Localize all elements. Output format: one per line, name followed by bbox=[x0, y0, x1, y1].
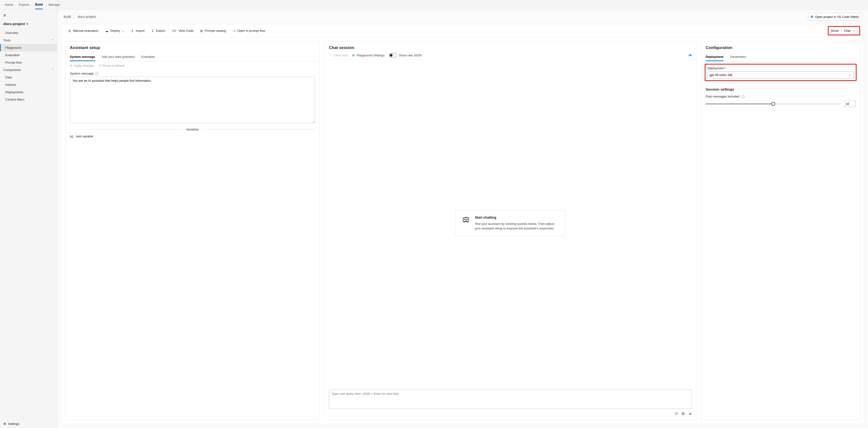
sidebar-overview[interactable]: Overview bbox=[0, 29, 57, 37]
export-button[interactable]: ↧Export bbox=[149, 27, 168, 35]
info-icon[interactable]: i bbox=[741, 95, 745, 98]
deployment-label: Deployment* bbox=[707, 66, 854, 70]
past-messages-slider[interactable] bbox=[706, 104, 841, 104]
start-body: Test your assistant by sending queries b… bbox=[475, 222, 559, 231]
assistant-title: Assistant setup bbox=[65, 41, 319, 51]
toolbar: ⚖Manual evaluation ☁Deploy⌄ ↥Import ↧Exp… bbox=[61, 24, 864, 37]
info-icon[interactable]: i bbox=[95, 72, 98, 75]
required-asterisk: * bbox=[724, 66, 725, 70]
scales-icon: ⚖ bbox=[68, 29, 71, 33]
gear-icon: ⚙ bbox=[3, 422, 6, 426]
configuration-pane: Configuration Deployment Parameters Depl… bbox=[701, 41, 860, 420]
nav-explore[interactable]: Explore bbox=[19, 0, 29, 9]
sidebar-indexes[interactable]: Indexes bbox=[0, 81, 57, 89]
start-title: Start chatting bbox=[475, 216, 559, 219]
open-prompt-flow-button[interactable]: ⇢Open in prompt flow bbox=[230, 27, 268, 35]
view-code-button[interactable]: </>View Code bbox=[169, 27, 196, 35]
tab-system-message[interactable]: System message bbox=[70, 53, 95, 61]
sort-icon: ⇅ bbox=[26, 23, 28, 25]
crumb-build[interactable]: Build bbox=[64, 15, 71, 19]
top-nav: Home Explore Build Manage bbox=[0, 0, 868, 9]
import-icon: ↥ bbox=[131, 29, 134, 33]
sidebar-prompt-flow[interactable]: Prompt flow bbox=[0, 59, 57, 66]
add-variable-button[interactable]: {x} Add variable bbox=[65, 133, 319, 139]
variables-divider: Variables bbox=[70, 128, 315, 131]
tab-examples[interactable]: Examples bbox=[142, 53, 155, 61]
system-message-textarea[interactable]: You are an AI assistant that helps peopl… bbox=[70, 77, 315, 123]
raw-json-toggle-group: Show raw JSON bbox=[389, 53, 422, 57]
sidebar-content-filters[interactable]: Content filters bbox=[0, 96, 57, 103]
speaker-icon[interactable]: 🕪 bbox=[688, 53, 692, 57]
sidebar-evaluation[interactable]: Evaluation bbox=[0, 52, 57, 59]
deployment-select[interactable]: gpt-35-turbo-16k bbox=[707, 71, 854, 78]
crumb-project[interactable]: docs-project bbox=[78, 15, 96, 19]
chat-title: Chat session bbox=[324, 41, 696, 51]
breadcrumb-separator-icon: / bbox=[74, 15, 75, 19]
cloud-icon: ☁ bbox=[105, 29, 108, 33]
breadcrumb: Build / docs-project bbox=[64, 15, 96, 19]
raw-json-toggle[interactable] bbox=[389, 53, 397, 57]
nav-manage[interactable]: Manage bbox=[49, 0, 60, 9]
chat-input[interactable] bbox=[329, 390, 692, 409]
sidebar-deployments[interactable]: Deployments bbox=[0, 89, 57, 96]
grid-icon: ⊞ bbox=[200, 29, 203, 33]
project-name-label: docs-project bbox=[3, 22, 25, 26]
chat-session-pane: Chat session ✧Clear chat ⚙Playground Set… bbox=[324, 41, 696, 420]
code-icon: </> bbox=[172, 29, 177, 33]
session-settings-title: Session settings bbox=[702, 84, 860, 93]
project-switcher[interactable]: docs-project ⇅ bbox=[3, 19, 54, 27]
sync-icon: ⇆ bbox=[70, 64, 72, 67]
gear-icon: ⚙ bbox=[352, 54, 355, 57]
nav-build[interactable]: Build bbox=[35, 0, 43, 9]
assistant-setup-pane: Assistant setup System message Add your … bbox=[65, 41, 320, 420]
nav-home[interactable]: Home bbox=[5, 0, 13, 9]
playground-settings-button[interactable]: ⚙Playground Settings bbox=[352, 54, 384, 57]
past-messages-value[interactable] bbox=[844, 101, 856, 107]
refresh-icon[interactable]: ⟳ bbox=[675, 411, 678, 416]
export-icon: ↧ bbox=[151, 29, 154, 33]
apply-changes-button: ⇆Apply changes bbox=[70, 64, 94, 67]
svg-point-2 bbox=[467, 219, 467, 220]
braces-icon: {x} bbox=[70, 135, 73, 138]
vscode-icon: ⧉ bbox=[811, 15, 813, 19]
import-button[interactable]: ↥Import bbox=[128, 27, 148, 35]
svg-point-1 bbox=[464, 219, 465, 220]
config-title: Configuration bbox=[702, 41, 860, 51]
tab-deployment[interactable]: Deployment bbox=[706, 53, 723, 61]
microphone-icon[interactable]: 🎤︎ bbox=[682, 411, 685, 416]
chevron-up-icon: ⌃ bbox=[52, 39, 54, 42]
broom-icon: ✧ bbox=[329, 54, 332, 57]
sidebar-data[interactable]: Data bbox=[0, 74, 57, 81]
deploy-button[interactable]: ☁Deploy⌄ bbox=[102, 27, 127, 35]
reset-default-button: ↺Reset to default bbox=[98, 64, 124, 67]
tab-parameters[interactable]: Parameters bbox=[730, 53, 746, 61]
prompt-catalog-button[interactable]: ⊞Prompt catalog bbox=[197, 27, 228, 35]
flow-icon: ⇢ bbox=[232, 29, 236, 33]
hamburger-icon[interactable]: ≡ bbox=[3, 11, 54, 19]
bot-icon bbox=[462, 216, 470, 231]
undo-icon: ↺ bbox=[98, 64, 101, 67]
clear-chat-button: ✧Clear chat bbox=[329, 54, 348, 57]
sidebar-settings[interactable]: ⚙ Settings bbox=[0, 420, 57, 428]
mode-label: Mode bbox=[831, 29, 839, 33]
system-message-label: System message bbox=[70, 72, 94, 75]
send-icon[interactable]: ➤ bbox=[689, 411, 692, 416]
sidebar: ≡ docs-project ⇅ Overview Tools ⌃ Playgr… bbox=[0, 9, 57, 428]
past-messages-label: Past messages included bbox=[706, 95, 739, 98]
open-vscode-button[interactable]: ⧉ Open project in VS Code (Web) bbox=[808, 13, 862, 21]
mode-select[interactable]: Chat bbox=[841, 28, 858, 34]
sidebar-playground[interactable]: Playground bbox=[0, 44, 57, 52]
manual-evaluation-button[interactable]: ⚖Manual evaluation bbox=[65, 27, 101, 35]
mode-selector: Mode Chat bbox=[828, 26, 860, 35]
sidebar-components-header[interactable]: Components ⌃ bbox=[0, 66, 57, 74]
sidebar-tools-header[interactable]: Tools ⌃ bbox=[0, 37, 57, 44]
chevron-down-icon: ⌄ bbox=[122, 29, 124, 33]
chevron-up-icon: ⌃ bbox=[52, 68, 54, 72]
tab-add-data[interactable]: Add your data (preview) bbox=[102, 53, 135, 61]
start-chatting-card: Start chatting Test your assistant by se… bbox=[455, 210, 565, 236]
